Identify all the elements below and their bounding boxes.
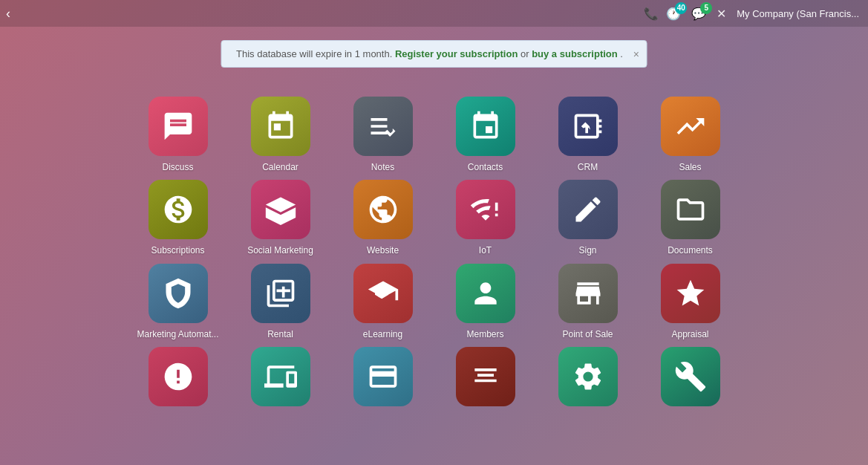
website-icon (353, 180, 413, 239)
app-appraisal[interactable]: Appraisal (661, 264, 720, 339)
company-name: My Company (San Francis... (737, 8, 859, 19)
documents-label: Documents (668, 245, 713, 256)
notes-icon (353, 97, 413, 156)
row4d-icon (456, 347, 515, 406)
elearning-icon (353, 264, 413, 323)
rental-icon (251, 264, 310, 323)
app-row4a[interactable] (149, 347, 208, 412)
row4a-icon (149, 347, 208, 406)
app-row4e[interactable] (558, 347, 618, 412)
app-rental[interactable]: Rental (251, 264, 310, 339)
rental-label: Rental (267, 329, 293, 339)
documents-icon (661, 180, 720, 239)
social-marketing-icon (251, 180, 310, 239)
marketing-auto-label: Marketing Automat... (137, 329, 218, 339)
app-members[interactable]: Members (456, 264, 515, 339)
app-sales[interactable]: Sales (661, 97, 720, 172)
app-crm[interactable]: CRM (558, 97, 618, 172)
app-elearning[interactable]: eLearning (353, 264, 413, 339)
sign-label: Sign (578, 245, 596, 256)
sales-label: Sales (679, 162, 701, 172)
pos-label: Point of Sale (562, 329, 613, 339)
social-marketing-label: Social Marketing (247, 245, 313, 256)
activities-badge: 40 (675, 2, 687, 14)
phone-icon[interactable]: 📞 (644, 7, 659, 21)
app-row4d[interactable] (456, 347, 515, 412)
members-icon (456, 264, 515, 323)
app-sign[interactable]: Sign (558, 180, 618, 256)
app-contacts[interactable]: Contacts (456, 97, 515, 172)
discuss-label: Discuss (162, 162, 193, 172)
sign-icon (558, 180, 618, 239)
sales-icon (661, 97, 720, 156)
banner-text: This database will expire in 1 month. (236, 48, 392, 59)
app-row4b[interactable] (251, 347, 310, 412)
close-icon[interactable]: ✕ (717, 7, 726, 21)
app-subscriptions[interactable]: Subscriptions (149, 180, 208, 256)
messages-icon-wrapper[interactable]: 💬 5 (691, 7, 706, 21)
app-documents[interactable]: Documents (661, 180, 720, 256)
crm-label: CRM (578, 162, 598, 172)
app-row4f[interactable] (661, 347, 720, 412)
topbar: ‹ 📞 🕐 40 💬 5 ✕ My Company (San Francis..… (0, 0, 868, 27)
website-label: Website (367, 245, 399, 256)
contacts-icon (456, 97, 515, 156)
members-label: Members (466, 329, 503, 339)
app-discuss[interactable]: Discuss (149, 97, 208, 172)
buy-link[interactable]: buy a subscription (532, 48, 618, 59)
calendar-icon (251, 97, 310, 156)
app-calendar[interactable]: Calendar (251, 97, 310, 172)
calendar-label: Calendar (262, 162, 298, 172)
row4b-icon (251, 347, 310, 406)
banner-end: . (620, 48, 623, 59)
app-marketing-auto[interactable]: Marketing Automat... (137, 264, 218, 339)
activities-icon-wrapper[interactable]: 🕐 40 (666, 7, 681, 21)
notes-label: Notes (371, 162, 394, 172)
app-notes[interactable]: Notes (353, 97, 413, 172)
contacts-label: Contacts (468, 162, 503, 172)
iot-icon (456, 180, 515, 239)
pos-icon (558, 264, 618, 323)
appraisal-icon (661, 264, 720, 323)
subscriptions-label: Subscriptions (151, 245, 204, 256)
elearning-label: eLearning (363, 329, 402, 339)
app-row4c[interactable] (353, 347, 413, 412)
row4e-icon (558, 347, 618, 406)
app-pos[interactable]: Point of Sale (558, 264, 618, 339)
app-grid: Discuss Calendar Notes Contacts CRM Sale… (134, 97, 735, 412)
expiry-banner: This database will expire in 1 month. Re… (221, 40, 647, 68)
row4c-icon (353, 347, 413, 406)
row4f-icon (661, 347, 720, 406)
register-link[interactable]: Register your subscription (395, 48, 518, 59)
crm-icon (558, 97, 618, 156)
app-website[interactable]: Website (353, 180, 413, 256)
subscriptions-icon (149, 180, 208, 239)
messages-badge: 5 (700, 2, 712, 14)
discuss-icon (149, 97, 208, 156)
app-iot[interactable]: IoT (456, 180, 515, 256)
app-social-marketing[interactable]: Social Marketing (247, 180, 313, 256)
appraisal-label: Appraisal (671, 329, 708, 339)
back-arrow[interactable]: ‹ (6, 6, 10, 22)
banner-close-button[interactable]: × (633, 48, 639, 60)
marketing-auto-icon (149, 264, 208, 323)
banner-or: or (521, 48, 532, 59)
iot-label: IoT (479, 245, 492, 256)
